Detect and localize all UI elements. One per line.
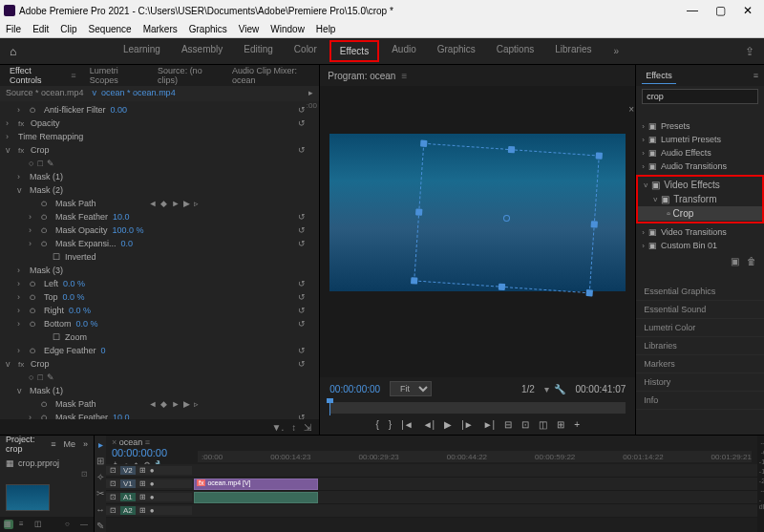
crop-mask-overlay[interactable]	[414, 143, 600, 294]
stopwatch-icon[interactable]: Ö	[30, 347, 39, 355]
tab-effect-controls[interactable]: Effect Controls	[6, 63, 61, 89]
play-icon[interactable]: ▶	[444, 419, 452, 430]
stopwatch-icon[interactable]: Ö	[30, 280, 39, 288]
toggle-icon[interactable]: ›	[17, 319, 25, 329]
toggle-icon[interactable]: ›	[17, 292, 25, 302]
crop-handle[interactable]	[586, 289, 593, 296]
toggle-icon[interactable]: v	[17, 386, 25, 395]
workspace-libraries[interactable]: Libraries	[546, 40, 600, 62]
folder-presets[interactable]: ›▣Presets	[636, 119, 764, 133]
new-bin-icon[interactable]: ▣	[731, 256, 739, 267]
stopwatch-icon[interactable]: Ö	[41, 240, 51, 248]
mark-in-icon[interactable]: {	[376, 419, 379, 430]
toggle-icon[interactable]: ›	[29, 212, 36, 222]
reset-icon[interactable]: ↺	[298, 319, 313, 329]
panel-history[interactable]: History	[636, 373, 764, 392]
stopwatch-icon[interactable]: Ö	[41, 200, 51, 208]
extract-icon[interactable]: ⊡	[521, 419, 529, 430]
add-kf-icon[interactable]: ◆	[160, 199, 167, 208]
go-to-out-icon[interactable]: ►|	[483, 419, 496, 430]
fx-badge-icon[interactable]: fx	[18, 119, 26, 128]
source-clip[interactable]: v ocean * ocean.mp4	[88, 88, 176, 99]
toggle-icon[interactable]: ›	[29, 413, 36, 419]
track-header-a1[interactable]: ⊡A1⊞●	[106, 493, 192, 501]
panel-markers[interactable]: Markers	[636, 355, 764, 373]
folder-transform[interactable]: Transform	[673, 194, 716, 204]
timeline-tracks[interactable]: ⊡V2⊞●⊡V1⊞●fx ocean.mp4 [V]⊡A1⊞●⊡A2⊞●	[106, 464, 757, 532]
stopwatch-icon[interactable]: Ö	[30, 106, 39, 115]
comparison-icon[interactable]: ⊞	[557, 419, 564, 430]
tab-media[interactable]: Me	[63, 439, 75, 449]
track-select-icon[interactable]: ⊞	[96, 456, 104, 466]
track-header-a2[interactable]: ⊡A2⊞●	[106, 506, 192, 515]
wrench-icon[interactable]: ▹	[194, 199, 199, 208]
mark-out-icon[interactable]: }	[389, 419, 392, 430]
reset-icon[interactable]: ↺	[298, 225, 313, 235]
timeline-ruler[interactable]: :00:0000:00:14:2300:00:29:2300:00:44:220…	[198, 451, 752, 462]
minimize-button[interactable]: —	[687, 4, 698, 17]
property-value[interactable]: 10.0	[113, 212, 151, 222]
property-value[interactable]: 0.0 %	[63, 279, 101, 288]
menu-sequence[interactable]: Sequence	[89, 24, 132, 34]
checkbox[interactable]: ☐	[53, 252, 60, 262]
menu-help[interactable]: Help	[316, 24, 336, 34]
reset-icon[interactable]: ↺	[298, 292, 313, 302]
ellipse-mask-icon[interactable]: ○	[29, 372, 33, 382]
pen-mask-icon[interactable]: ✎	[47, 159, 54, 168]
effects-search-input[interactable]	[642, 89, 758, 104]
export-icon[interactable]: ⇪	[745, 45, 754, 58]
menu-graphics[interactable]: Graphics	[189, 24, 227, 34]
reset-icon[interactable]: ↺	[298, 359, 313, 369]
menu-edit[interactable]: Edit	[32, 24, 49, 34]
list-view-icon[interactable]: ▦	[4, 520, 13, 529]
workspace-effects[interactable]: Effects	[329, 40, 379, 62]
play-kf-icon[interactable]: ▶	[183, 199, 190, 208]
pen-mask-icon[interactable]: ✎	[47, 372, 54, 382]
step-back-icon[interactable]: ◄|	[423, 419, 435, 430]
next-kf-icon[interactable]: ►	[171, 199, 180, 208]
crop-handle[interactable]	[499, 284, 505, 290]
folder-video-transitions[interactable]: ›▣Video Transitions	[636, 225, 764, 239]
go-to-in-icon[interactable]: |◄	[401, 419, 414, 430]
stopwatch-icon[interactable]: Ö	[41, 414, 51, 420]
fx-badge-icon[interactable]: fx	[18, 360, 26, 369]
icon-view-icon[interactable]: ≡	[19, 520, 29, 529]
ripple-edit-icon[interactable]: ✧	[96, 472, 104, 482]
add-kf-icon[interactable]: ◆	[160, 399, 167, 409]
property-value[interactable]: 0	[101, 346, 139, 355]
panel-lumetri-color[interactable]: Lumetri Color	[636, 319, 764, 337]
stopwatch-icon[interactable]: Ö	[41, 213, 51, 222]
timeline-timecode[interactable]: 00:00:00:00	[112, 447, 192, 458]
workspace-overflow-icon[interactable]: »	[614, 46, 620, 56]
property-value[interactable]: 0.00	[111, 105, 149, 115]
folder-video-effects[interactable]: Video Effects	[664, 180, 720, 190]
workspace-learning[interactable]: Learning	[115, 40, 169, 62]
track-header-v1[interactable]: ⊡V1⊞●	[106, 479, 192, 488]
crop-handle[interactable]	[508, 146, 515, 153]
panel-essential-sound[interactable]: Essential Sound	[636, 301, 764, 319]
workspace-editing[interactable]: Editing	[235, 40, 282, 62]
panel-essential-graphics[interactable]: Essential Graphics	[636, 283, 764, 301]
wrench-icon[interactable]: ▹	[194, 399, 199, 409]
toggle-icon[interactable]: ›	[17, 266, 25, 275]
toggle-icon[interactable]: ›	[6, 132, 13, 141]
program-monitor[interactable]	[320, 86, 635, 377]
freeform-view-icon[interactable]: ◫	[34, 520, 44, 529]
tab-effects[interactable]: Effects	[642, 68, 675, 84]
share-icon[interactable]: ⇲	[304, 422, 311, 433]
workspace-audio[interactable]: Audio	[383, 40, 425, 62]
crop-handle[interactable]	[411, 277, 417, 284]
folder-audio-transitions[interactable]: ›▣Audio Transitions	[636, 160, 764, 173]
property-value[interactable]: 10.0	[113, 413, 151, 419]
reset-icon[interactable]: ↺	[298, 413, 313, 419]
lift-icon[interactable]: ⊟	[504, 419, 512, 430]
timeline-toggle-icon[interactable]: ▸	[308, 88, 313, 99]
property-value[interactable]: 0.0 %	[63, 292, 101, 302]
property-value[interactable]: 0.0 %	[76, 319, 115, 329]
toggle-icon[interactable]: ›	[17, 105, 25, 115]
reset-icon[interactable]: ↺	[298, 239, 313, 248]
track-content[interactable]	[192, 491, 757, 503]
timeline-clip[interactable]: fx ocean.mp4 [V]	[194, 479, 318, 490]
menu-file[interactable]: File	[6, 24, 21, 34]
tab-project[interactable]: Project: crop	[6, 435, 43, 454]
